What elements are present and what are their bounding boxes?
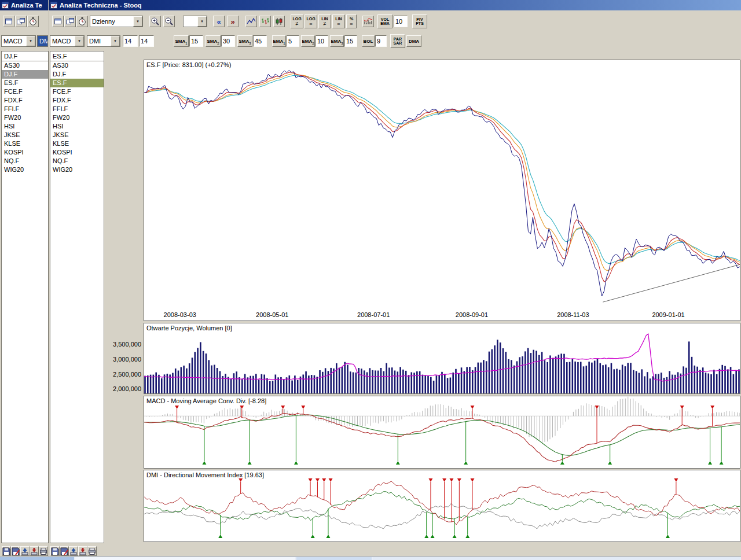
bollinger-button[interactable]: BOL [362, 35, 375, 47]
lin-scale-eq-button[interactable]: LIN= [332, 14, 345, 28]
range-select[interactable]: ▼ [183, 16, 207, 27]
ema3-button[interactable]: EMA3 [330, 35, 344, 47]
cascade-button[interactable] [64, 16, 76, 27]
sma2-button[interactable]: SMA2 [206, 35, 221, 47]
symbol-item-esf[interactable]: ES.F [50, 79, 104, 87]
zoom-in-button[interactable] [149, 16, 161, 27]
chevron-down-icon[interactable]: ▼ [75, 36, 84, 46]
log-scale-button[interactable]: LOG≠ [291, 14, 303, 28]
timer-button[interactable] [27, 16, 39, 27]
window-icon [53, 17, 63, 26]
volume-overlay-button[interactable] [362, 16, 374, 27]
import-button[interactable] [78, 546, 87, 556]
percent-scale-button[interactable]: %= [346, 14, 357, 28]
chevron-down-icon[interactable]: ▼ [26, 36, 35, 46]
symbol-item-kospi[interactable]: KOSPI [2, 148, 48, 157]
export-button[interactable] [20, 546, 30, 556]
ema2-button[interactable]: EMA2 [301, 35, 315, 47]
ema3-input[interactable] [344, 35, 357, 47]
window-button[interactable] [3, 16, 14, 27]
taskbar-button[interactable] [296, 557, 372, 560]
symbol-item-wig20[interactable]: WIG20 [2, 165, 48, 174]
bollinger-input[interactable] [375, 35, 387, 47]
timer-button[interactable] [76, 16, 88, 27]
save-button[interactable] [50, 546, 60, 556]
symbol-item-hsi[interactable]: HSI [2, 122, 48, 131]
import-button[interactable] [30, 546, 39, 556]
symbol-item-esf[interactable]: ES.F [2, 79, 48, 87]
scroll-forward-button[interactable]: » [227, 16, 239, 27]
zoom-out-button[interactable] [163, 16, 175, 27]
symbol-item-fcef[interactable]: FCE.F [50, 87, 104, 96]
vol-ema-button[interactable]: VOLEMA [377, 14, 392, 28]
export-button[interactable] [69, 546, 78, 556]
taskbar-button[interactable] [373, 557, 741, 560]
symbol-item-djf[interactable]: DJ.F [50, 70, 104, 79]
ema1-button[interactable]: EMA1 [272, 35, 286, 47]
ema2-input[interactable] [316, 35, 328, 47]
candlestick-chart-button[interactable] [273, 16, 285, 27]
titlebar[interactable]: Analiza Techniczna - Stooq [48, 0, 741, 10]
indicator-select-back-1[interactable]: MACD ▼ [1, 35, 36, 47]
taskbar-button[interactable] [75, 557, 295, 560]
symbol-item-as30[interactable]: AS30 [2, 61, 48, 70]
price-chart[interactable]: 2008-03-032008-05-012008-07-012008-09-01… [144, 60, 740, 321]
log-scale-eq-button[interactable]: LOG= [305, 14, 317, 28]
scroll-back-button[interactable]: « [213, 16, 225, 27]
svg-text:2009-01-01: 2009-01-01 [652, 311, 684, 318]
symbol-item-jkse[interactable]: JKSE [50, 131, 104, 139]
symbol-list: ES.F AS30DJ.FES.FFCE.FFDX.FFFI.FFW20HSIJ… [50, 51, 104, 543]
indicator-select-back-2[interactable]: DMI [37, 35, 48, 47]
volume-chart[interactable]: Otwarte Pozycje, Wolumen [0] [144, 323, 740, 394]
symbol-item-ffif[interactable]: FFI.F [2, 105, 48, 113]
cascade-button[interactable] [15, 16, 27, 27]
save-as-button[interactable] [11, 546, 20, 556]
symbol-item-klse[interactable]: KLSE [2, 139, 48, 148]
chevron-down-icon[interactable]: ▼ [133, 16, 142, 27]
dmi-chart[interactable]: DMI - Directional Movement Index [19.63] [144, 470, 740, 542]
indicator-param1-input[interactable] [123, 35, 138, 47]
sma3-input[interactable] [253, 35, 267, 47]
chevron-down-icon[interactable]: ▼ [111, 36, 120, 46]
ema1-input[interactable] [287, 35, 299, 47]
symbol-item-fcef[interactable]: FCE.F [2, 87, 48, 96]
print-button[interactable] [39, 546, 48, 556]
sma1-button[interactable]: SMA1 [174, 35, 189, 47]
sma2-input[interactable] [221, 35, 235, 47]
indicator-param2-input[interactable] [139, 35, 154, 47]
pivot-points-button[interactable]: PIVPTS [412, 14, 427, 28]
symbol-item-as30[interactable]: AS30 [50, 61, 104, 70]
macd-chart[interactable]: MACD - Moving Average Conv. Div. [-8.28] [144, 396, 740, 469]
zoom-in-icon [151, 17, 160, 26]
symbol-item-nqf[interactable]: NQ.F [2, 157, 48, 165]
symbol-item-djf[interactable]: DJ.F [2, 70, 48, 79]
save-as-button[interactable] [60, 546, 69, 556]
symbol-item-wig20[interactable]: WIG20 [50, 165, 104, 174]
sma3-button[interactable]: SMA3 [237, 35, 252, 47]
symbol-item-jkse[interactable]: JKSE [2, 131, 48, 139]
period-select[interactable]: Dzienny ▼ [90, 16, 143, 27]
print-button[interactable] [87, 546, 97, 556]
chevron-down-icon[interactable]: ▼ [197, 16, 207, 27]
symbol-item-nqf[interactable]: NQ.F [50, 157, 104, 165]
symbol-item-hsi[interactable]: HSI [50, 122, 104, 131]
symbol-item-ffif[interactable]: FFI.F [50, 105, 104, 113]
dma-button[interactable]: DMA [406, 35, 421, 47]
indicator1-select[interactable]: MACD ▼ [50, 35, 85, 47]
symbol-item-fw20[interactable]: FW20 [50, 113, 104, 122]
lin-scale-button[interactable]: LIN≠ [318, 14, 331, 28]
symbol-item-fw20[interactable]: FW20 [2, 113, 48, 122]
save-button[interactable] [2, 546, 11, 556]
sma1-input[interactable] [189, 35, 203, 47]
symbol-item-fdxf[interactable]: FDX.F [50, 96, 104, 105]
symbol-item-klse[interactable]: KLSE [50, 139, 104, 148]
ohlc-chart-button[interactable] [259, 16, 271, 27]
vol-ema-input[interactable] [394, 16, 408, 27]
symbol-item-fdxf[interactable]: FDX.F [2, 96, 48, 105]
taskbar-button[interactable] [0, 557, 74, 560]
line-chart-button[interactable] [245, 16, 257, 27]
parabolic-sar-button[interactable]: PARSAR [390, 34, 405, 48]
window-button[interactable] [52, 16, 64, 27]
symbol-item-kospi[interactable]: KOSPI [50, 148, 104, 157]
indicator2-select[interactable]: DMI ▼ [87, 35, 120, 47]
